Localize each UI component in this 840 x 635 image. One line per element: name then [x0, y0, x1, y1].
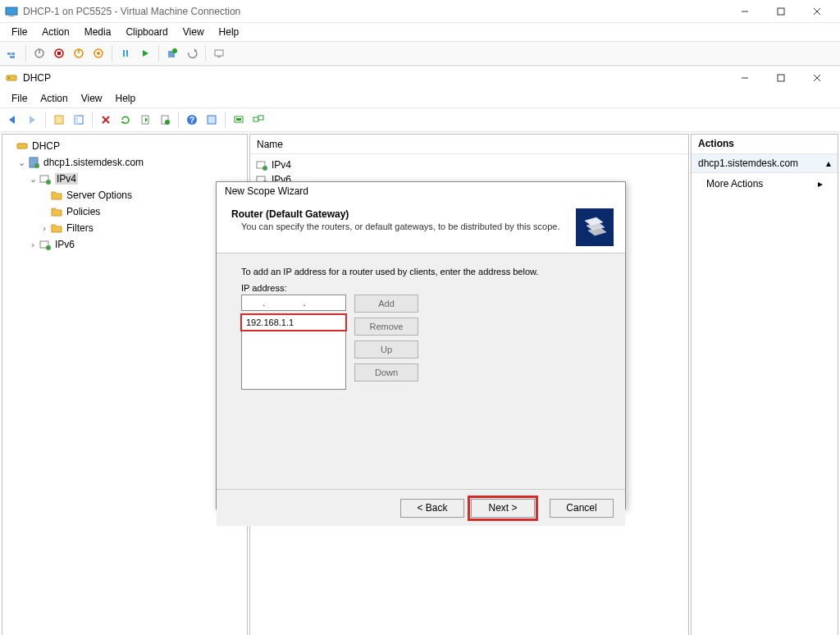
dhcp-menu-file[interactable]: File	[5, 91, 34, 106]
save-icon[interactable]	[89, 44, 107, 62]
tree-policies[interactable]: Policies	[4, 203, 245, 220]
next-button[interactable]: Next >	[471, 499, 535, 518]
ctrl-alt-del-icon[interactable]	[3, 44, 21, 62]
wizard-heading: Router (Default Gateway)	[231, 208, 576, 220]
add-button[interactable]: Add	[354, 295, 418, 313]
vm-menu-clipboard[interactable]: Clipboard	[119, 25, 174, 39]
power-icon[interactable]	[30, 44, 48, 62]
pause-icon[interactable]	[116, 44, 135, 62]
tree-server[interactable]: ⌄ dhcp1.sistemdesk.com	[4, 154, 245, 171]
router-list[interactable]: 192.168.1.1	[241, 314, 346, 390]
tree-root[interactable]: DHCP	[4, 138, 245, 154]
actions-context[interactable]: dhcp1.sistemdesk.com ▴	[692, 154, 838, 173]
svg-point-52	[34, 163, 39, 168]
toolbar-divider	[92, 112, 93, 128]
scope-tree[interactable]: DHCP ⌄ dhcp1.sistemdesk.com ⌄ IPv4 Serve…	[2, 134, 248, 635]
cancel-button[interactable]: Cancel	[550, 499, 614, 518]
monitor-green-icon[interactable]	[230, 111, 248, 129]
vm-menubar: File Action Media Clipboard View Help	[0, 23, 840, 41]
up-button[interactable]: Up	[354, 340, 418, 359]
refresh-icon[interactable]	[116, 111, 135, 129]
toolbar-divider	[45, 112, 46, 128]
svg-point-21	[172, 48, 177, 53]
nav-forward-icon[interactable]	[23, 111, 41, 129]
svg-rect-25	[7, 75, 16, 80]
delete-icon[interactable]	[97, 111, 115, 129]
actions-pane: Actions dhcp1.sistemdesk.com ▴ More Acti…	[691, 134, 838, 635]
collapse-icon[interactable]: ⌄	[27, 174, 39, 185]
reset-icon[interactable]	[136, 44, 154, 62]
vm-maximize-button[interactable]	[763, 0, 799, 23]
tree-root-label: DHCP	[32, 140, 60, 152]
collapse-icon[interactable]: ⌄	[16, 158, 27, 168]
wizard-content: To add an IP address for a router used b…	[217, 254, 625, 490]
list-item-ipv4[interactable]: IPv4	[255, 158, 683, 172]
tree-policies-label: Policies	[66, 206, 100, 217]
monitors-icon[interactable]	[249, 111, 267, 129]
enhanced-session-icon[interactable]	[210, 44, 228, 62]
svg-rect-23	[215, 50, 223, 56]
revert-icon[interactable]	[183, 44, 201, 62]
svg-rect-28	[778, 75, 784, 81]
folder-icon	[50, 205, 63, 218]
tree-server-options-label: Server Options	[66, 190, 132, 201]
svg-rect-1	[9, 16, 14, 16]
toolbar-divider	[112, 45, 112, 62]
show-hide-tree-icon[interactable]	[50, 111, 68, 129]
svg-marker-31	[9, 116, 15, 124]
ipv4-icon	[39, 172, 52, 185]
stop-icon[interactable]	[50, 44, 68, 62]
column-header-name[interactable]: Name	[250, 135, 688, 154]
vm-menu-view[interactable]: View	[176, 25, 211, 39]
remove-button[interactable]: Remove	[354, 318, 418, 336]
svg-point-58	[262, 166, 267, 171]
tree-server-options[interactable]: Server Options	[4, 187, 245, 203]
dhcp-toolbar: ?	[0, 107, 840, 132]
tree-ipv4-label: IPv4	[55, 173, 78, 185]
tree-filters[interactable]: › Filters	[4, 220, 245, 236]
svg-rect-18	[126, 50, 128, 57]
vm-close-button[interactable]	[799, 0, 835, 23]
folder-icon	[50, 222, 63, 235]
vm-icon	[5, 5, 18, 18]
dhcp-menu-view[interactable]: View	[75, 91, 109, 106]
tree-ipv6[interactable]: › IPv6	[4, 236, 245, 253]
back-button[interactable]: < Back	[400, 499, 464, 518]
chevron-up-icon: ▴	[826, 158, 831, 169]
svg-rect-45	[208, 116, 216, 124]
actions-more[interactable]: More Actions ▸	[692, 173, 838, 194]
svg-marker-32	[30, 116, 35, 124]
new-scope-icon[interactable]	[156, 111, 174, 129]
server-icon	[27, 156, 40, 169]
vm-menu-media[interactable]: Media	[78, 25, 118, 39]
properties-icon[interactable]	[70, 111, 88, 129]
actions-header: Actions	[692, 135, 838, 154]
svg-rect-48	[253, 117, 258, 121]
tree-ipv4[interactable]: ⌄ IPv4	[4, 171, 245, 187]
vm-title: DHCP-1 on PC5525 - Virtual Machine Conne…	[23, 6, 727, 17]
vm-minimize-button[interactable]	[727, 0, 763, 23]
vm-menu-action[interactable]: Action	[35, 25, 75, 39]
expand-icon[interactable]: ›	[27, 240, 39, 249]
shutdown-icon[interactable]	[70, 44, 88, 62]
dhcp-menu-action[interactable]: Action	[34, 91, 74, 106]
vm-menu-file[interactable]: File	[5, 25, 34, 39]
window-icon[interactable]	[203, 111, 221, 129]
svg-rect-47	[236, 118, 241, 121]
checkpoint-icon[interactable]	[163, 44, 181, 62]
down-button[interactable]: Down	[354, 363, 418, 381]
ip-address-input[interactable]	[241, 295, 346, 311]
export-icon[interactable]	[136, 111, 154, 129]
help-icon[interactable]: ?	[183, 111, 201, 129]
svg-point-16	[97, 52, 100, 55]
dhcp-close-button[interactable]	[799, 66, 835, 89]
dhcp-menu-help[interactable]: Help	[109, 91, 143, 106]
vm-menu-help[interactable]: Help	[212, 25, 246, 39]
expand-icon[interactable]: ›	[39, 223, 50, 233]
dhcp-minimize-button[interactable]	[727, 66, 763, 89]
router-list-item[interactable]: 192.168.1.1	[242, 315, 345, 330]
dhcp-maximize-button[interactable]	[763, 66, 799, 89]
nav-back-icon[interactable]	[3, 111, 21, 129]
svg-point-54	[46, 180, 51, 185]
wizard-banner-icon	[576, 208, 614, 246]
